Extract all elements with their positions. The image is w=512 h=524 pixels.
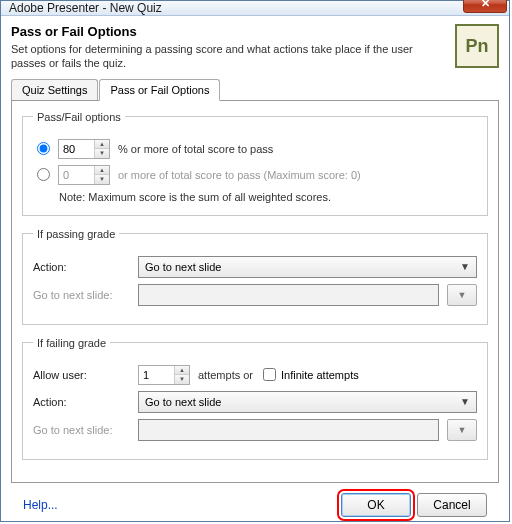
chevron-down-icon: ▼ xyxy=(458,290,467,300)
action-label: Action: xyxy=(33,396,138,408)
goto-label: Go to next slide: xyxy=(33,289,138,301)
fixed-radio[interactable] xyxy=(37,168,50,181)
passfail-note: Note: Maximum score is the sum of all we… xyxy=(59,191,477,203)
goto-label: Go to next slide: xyxy=(33,424,138,436)
failing-action-select[interactable]: Go to next slide ▼ xyxy=(138,391,477,413)
percent-row: 80 ▲ ▼ % or more of total score to pass xyxy=(33,139,477,159)
failing-legend: If failing grade xyxy=(33,337,110,349)
percent-suffix: % or more of total score to pass xyxy=(118,143,273,155)
header-text: Pass or Fail Options Set options for det… xyxy=(11,24,455,71)
failing-goto-dropdown[interactable]: ▼ xyxy=(447,419,477,441)
header-row: Pass or Fail Options Set options for det… xyxy=(11,24,499,71)
passfail-group: Pass/Fail options 80 ▲ ▼ % or more of to… xyxy=(22,111,488,216)
attempts-suffix: attempts or xyxy=(198,369,253,381)
spinner-up-icon[interactable]: ▲ xyxy=(95,166,109,175)
attempts-row: Allow user: 1 ▲ ▼ attempts or Infinite a… xyxy=(33,365,477,385)
spinner-down-icon[interactable]: ▼ xyxy=(95,174,109,184)
fixed-suffix: or more of total score to pass (Maximum … xyxy=(118,169,361,181)
fixed-spinner[interactable]: 0 ▲ ▼ xyxy=(58,165,110,185)
content-area: Pass or Fail Options Set options for det… xyxy=(1,16,509,524)
failing-goto-select xyxy=(138,419,439,441)
infinite-attempts[interactable]: Infinite attempts xyxy=(263,368,359,381)
spinner-up-icon[interactable]: ▲ xyxy=(175,366,189,375)
spinner-buttons: ▲ ▼ xyxy=(94,166,109,184)
button-label: Cancel xyxy=(433,498,470,512)
tab-bar: Quiz Settings Pass or Fail Options xyxy=(11,79,499,101)
spinner-buttons: ▲ ▼ xyxy=(94,140,109,158)
help-link[interactable]: Help... xyxy=(23,498,58,512)
passing-action-select[interactable]: Go to next slide ▼ xyxy=(138,256,477,278)
chevron-down-icon: ▼ xyxy=(460,396,470,407)
passing-goto-row: Go to next slide: ▼ xyxy=(33,284,477,306)
spinner-up-icon[interactable]: ▲ xyxy=(95,140,109,149)
footer: Help... OK Cancel xyxy=(11,483,499,524)
tab-pass-fail[interactable]: Pass or Fail Options xyxy=(99,79,220,101)
chevron-down-icon: ▼ xyxy=(458,425,467,435)
passfail-legend: Pass/Fail options xyxy=(33,111,125,123)
failing-group: If failing grade Allow user: 1 ▲ ▼ attem… xyxy=(22,337,488,460)
infinite-label: Infinite attempts xyxy=(281,369,359,381)
chevron-down-icon: ▼ xyxy=(460,261,470,272)
passing-goto-select xyxy=(138,284,439,306)
failing-goto-row: Go to next slide: ▼ xyxy=(33,419,477,441)
allow-user-label: Allow user: xyxy=(33,369,138,381)
close-icon: ✕ xyxy=(481,0,490,10)
ok-button[interactable]: OK xyxy=(341,493,411,517)
window-title: Adobe Presenter - New Quiz xyxy=(9,1,463,15)
spinner-buttons: ▲ ▼ xyxy=(174,366,189,384)
passing-legend: If passing grade xyxy=(33,228,119,240)
attempts-spinner[interactable]: 1 ▲ ▼ xyxy=(138,365,190,385)
passing-goto-dropdown[interactable]: ▼ xyxy=(447,284,477,306)
percent-spinner[interactable]: 80 ▲ ▼ xyxy=(58,139,110,159)
close-button[interactable]: ✕ xyxy=(463,0,507,13)
select-value: Go to next slide xyxy=(145,261,221,273)
tab-quiz-settings[interactable]: Quiz Settings xyxy=(11,79,98,100)
infinite-checkbox[interactable] xyxy=(263,368,276,381)
attempts-value[interactable]: 1 xyxy=(139,366,174,384)
percent-value[interactable]: 80 xyxy=(59,140,94,158)
fixed-value[interactable]: 0 xyxy=(59,166,94,184)
select-value: Go to next slide xyxy=(145,396,221,408)
spinner-down-icon[interactable]: ▼ xyxy=(95,148,109,158)
tab-label: Pass or Fail Options xyxy=(110,84,209,96)
page-title: Pass or Fail Options xyxy=(11,24,455,39)
tab-panel: Pass/Fail options 80 ▲ ▼ % or more of to… xyxy=(11,101,499,483)
titlebar: Adobe Presenter - New Quiz ✕ xyxy=(1,1,509,16)
spinner-down-icon[interactable]: ▼ xyxy=(175,374,189,384)
button-label: OK xyxy=(367,498,384,512)
dialog-window: Adobe Presenter - New Quiz ✕ Pass or Fai… xyxy=(0,0,510,522)
page-description: Set options for determining a passing sc… xyxy=(11,42,455,71)
app-logo: Pn xyxy=(455,24,499,68)
fixed-row: 0 ▲ ▼ or more of total score to pass (Ma… xyxy=(33,165,477,185)
action-label: Action: xyxy=(33,261,138,273)
cancel-button[interactable]: Cancel xyxy=(417,493,487,517)
failing-action-row: Action: Go to next slide ▼ xyxy=(33,391,477,413)
tab-label: Quiz Settings xyxy=(22,84,87,96)
passing-group: If passing grade Action: Go to next slid… xyxy=(22,228,488,325)
percent-radio[interactable] xyxy=(37,142,50,155)
passing-action-row: Action: Go to next slide ▼ xyxy=(33,256,477,278)
logo-text: Pn xyxy=(465,36,488,57)
